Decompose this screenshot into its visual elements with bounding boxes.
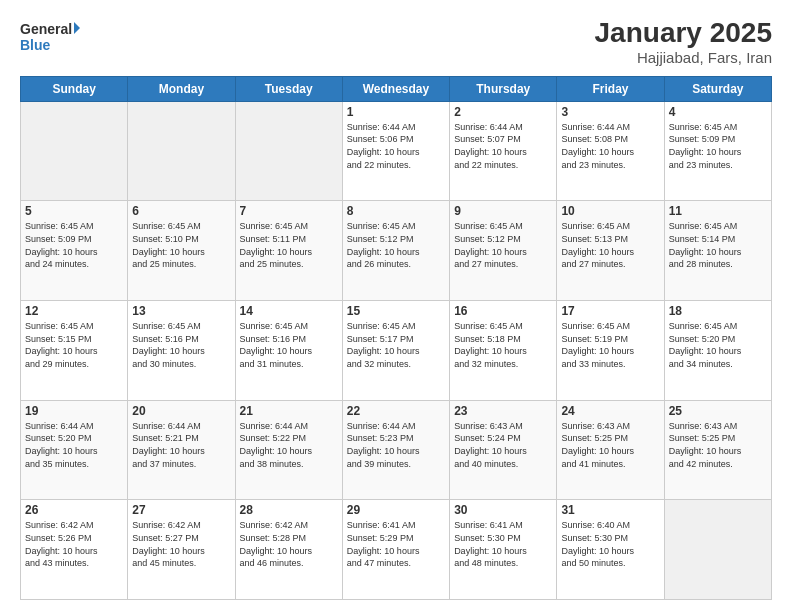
day-number: 10	[561, 204, 659, 218]
day-info: Sunrise: 6:41 AM Sunset: 5:29 PM Dayligh…	[347, 519, 445, 569]
day-cell: 28Sunrise: 6:42 AM Sunset: 5:28 PM Dayli…	[235, 500, 342, 600]
day-info: Sunrise: 6:45 AM Sunset: 5:12 PM Dayligh…	[347, 220, 445, 270]
day-info: Sunrise: 6:45 AM Sunset: 5:10 PM Dayligh…	[132, 220, 230, 270]
day-number: 22	[347, 404, 445, 418]
day-info: Sunrise: 6:44 AM Sunset: 5:07 PM Dayligh…	[454, 121, 552, 171]
day-cell: 6Sunrise: 6:45 AM Sunset: 5:10 PM Daylig…	[128, 201, 235, 301]
day-info: Sunrise: 6:40 AM Sunset: 5:30 PM Dayligh…	[561, 519, 659, 569]
day-number: 17	[561, 304, 659, 318]
col-tuesday: Tuesday	[235, 76, 342, 101]
day-cell: 11Sunrise: 6:45 AM Sunset: 5:14 PM Dayli…	[664, 201, 771, 301]
day-info: Sunrise: 6:44 AM Sunset: 5:23 PM Dayligh…	[347, 420, 445, 470]
day-cell: 20Sunrise: 6:44 AM Sunset: 5:21 PM Dayli…	[128, 400, 235, 500]
day-number: 2	[454, 105, 552, 119]
day-cell: 19Sunrise: 6:44 AM Sunset: 5:20 PM Dayli…	[21, 400, 128, 500]
day-number: 18	[669, 304, 767, 318]
day-number: 20	[132, 404, 230, 418]
day-number: 25	[669, 404, 767, 418]
col-saturday: Saturday	[664, 76, 771, 101]
day-cell	[664, 500, 771, 600]
day-number: 13	[132, 304, 230, 318]
day-cell: 24Sunrise: 6:43 AM Sunset: 5:25 PM Dayli…	[557, 400, 664, 500]
col-sunday: Sunday	[21, 76, 128, 101]
day-number: 9	[454, 204, 552, 218]
week-row-3: 19Sunrise: 6:44 AM Sunset: 5:20 PM Dayli…	[21, 400, 772, 500]
day-number: 27	[132, 503, 230, 517]
day-cell: 31Sunrise: 6:40 AM Sunset: 5:30 PM Dayli…	[557, 500, 664, 600]
calendar-subtitle: Hajjiabad, Fars, Iran	[595, 49, 772, 66]
day-number: 28	[240, 503, 338, 517]
day-number: 1	[347, 105, 445, 119]
day-info: Sunrise: 6:42 AM Sunset: 5:28 PM Dayligh…	[240, 519, 338, 569]
day-info: Sunrise: 6:44 AM Sunset: 5:21 PM Dayligh…	[132, 420, 230, 470]
col-wednesday: Wednesday	[342, 76, 449, 101]
day-cell: 29Sunrise: 6:41 AM Sunset: 5:29 PM Dayli…	[342, 500, 449, 600]
day-cell: 30Sunrise: 6:41 AM Sunset: 5:30 PM Dayli…	[450, 500, 557, 600]
day-number: 31	[561, 503, 659, 517]
day-cell: 10Sunrise: 6:45 AM Sunset: 5:13 PM Dayli…	[557, 201, 664, 301]
day-cell: 13Sunrise: 6:45 AM Sunset: 5:16 PM Dayli…	[128, 301, 235, 401]
day-cell: 21Sunrise: 6:44 AM Sunset: 5:22 PM Dayli…	[235, 400, 342, 500]
header-row: Sunday Monday Tuesday Wednesday Thursday…	[21, 76, 772, 101]
day-info: Sunrise: 6:45 AM Sunset: 5:19 PM Dayligh…	[561, 320, 659, 370]
day-info: Sunrise: 6:44 AM Sunset: 5:06 PM Dayligh…	[347, 121, 445, 171]
svg-marker-2	[74, 22, 80, 34]
day-number: 5	[25, 204, 123, 218]
calendar-body: 1Sunrise: 6:44 AM Sunset: 5:06 PM Daylig…	[21, 101, 772, 599]
day-info: Sunrise: 6:45 AM Sunset: 5:17 PM Dayligh…	[347, 320, 445, 370]
day-number: 12	[25, 304, 123, 318]
day-cell: 16Sunrise: 6:45 AM Sunset: 5:18 PM Dayli…	[450, 301, 557, 401]
day-number: 30	[454, 503, 552, 517]
day-info: Sunrise: 6:45 AM Sunset: 5:09 PM Dayligh…	[669, 121, 767, 171]
day-cell: 5Sunrise: 6:45 AM Sunset: 5:09 PM Daylig…	[21, 201, 128, 301]
day-number: 29	[347, 503, 445, 517]
day-cell: 12Sunrise: 6:45 AM Sunset: 5:15 PM Dayli…	[21, 301, 128, 401]
day-cell: 17Sunrise: 6:45 AM Sunset: 5:19 PM Dayli…	[557, 301, 664, 401]
week-row-4: 26Sunrise: 6:42 AM Sunset: 5:26 PM Dayli…	[21, 500, 772, 600]
day-cell	[128, 101, 235, 201]
day-cell: 8Sunrise: 6:45 AM Sunset: 5:12 PM Daylig…	[342, 201, 449, 301]
col-thursday: Thursday	[450, 76, 557, 101]
day-number: 24	[561, 404, 659, 418]
day-info: Sunrise: 6:45 AM Sunset: 5:15 PM Dayligh…	[25, 320, 123, 370]
title-area: January 2025 Hajjiabad, Fars, Iran	[595, 18, 772, 66]
day-cell: 7Sunrise: 6:45 AM Sunset: 5:11 PM Daylig…	[235, 201, 342, 301]
day-cell: 14Sunrise: 6:45 AM Sunset: 5:16 PM Dayli…	[235, 301, 342, 401]
day-cell: 1Sunrise: 6:44 AM Sunset: 5:06 PM Daylig…	[342, 101, 449, 201]
day-info: Sunrise: 6:43 AM Sunset: 5:24 PM Dayligh…	[454, 420, 552, 470]
page: General Blue January 2025 Hajjiabad, Far…	[0, 0, 792, 612]
day-info: Sunrise: 6:44 AM Sunset: 5:22 PM Dayligh…	[240, 420, 338, 470]
day-number: 4	[669, 105, 767, 119]
day-cell: 9Sunrise: 6:45 AM Sunset: 5:12 PM Daylig…	[450, 201, 557, 301]
day-info: Sunrise: 6:45 AM Sunset: 5:16 PM Dayligh…	[132, 320, 230, 370]
day-cell: 23Sunrise: 6:43 AM Sunset: 5:24 PM Dayli…	[450, 400, 557, 500]
day-info: Sunrise: 6:45 AM Sunset: 5:12 PM Dayligh…	[454, 220, 552, 270]
day-info: Sunrise: 6:45 AM Sunset: 5:16 PM Dayligh…	[240, 320, 338, 370]
day-cell: 25Sunrise: 6:43 AM Sunset: 5:25 PM Dayli…	[664, 400, 771, 500]
day-info: Sunrise: 6:45 AM Sunset: 5:11 PM Dayligh…	[240, 220, 338, 270]
day-number: 26	[25, 503, 123, 517]
day-number: 21	[240, 404, 338, 418]
day-number: 23	[454, 404, 552, 418]
col-friday: Friday	[557, 76, 664, 101]
day-info: Sunrise: 6:45 AM Sunset: 5:13 PM Dayligh…	[561, 220, 659, 270]
day-cell: 18Sunrise: 6:45 AM Sunset: 5:20 PM Dayli…	[664, 301, 771, 401]
day-number: 8	[347, 204, 445, 218]
header: General Blue January 2025 Hajjiabad, Far…	[20, 18, 772, 66]
calendar-title: January 2025	[595, 18, 772, 49]
day-info: Sunrise: 6:44 AM Sunset: 5:08 PM Dayligh…	[561, 121, 659, 171]
day-info: Sunrise: 6:45 AM Sunset: 5:14 PM Dayligh…	[669, 220, 767, 270]
day-info: Sunrise: 6:45 AM Sunset: 5:20 PM Dayligh…	[669, 320, 767, 370]
day-number: 14	[240, 304, 338, 318]
day-number: 6	[132, 204, 230, 218]
svg-text:Blue: Blue	[20, 37, 51, 53]
day-cell: 15Sunrise: 6:45 AM Sunset: 5:17 PM Dayli…	[342, 301, 449, 401]
day-info: Sunrise: 6:42 AM Sunset: 5:26 PM Dayligh…	[25, 519, 123, 569]
day-info: Sunrise: 6:44 AM Sunset: 5:20 PM Dayligh…	[25, 420, 123, 470]
logo: General Blue	[20, 18, 80, 54]
logo-svg: General Blue	[20, 18, 80, 54]
week-row-0: 1Sunrise: 6:44 AM Sunset: 5:06 PM Daylig…	[21, 101, 772, 201]
day-number: 19	[25, 404, 123, 418]
day-cell: 2Sunrise: 6:44 AM Sunset: 5:07 PM Daylig…	[450, 101, 557, 201]
calendar-header: Sunday Monday Tuesday Wednesday Thursday…	[21, 76, 772, 101]
